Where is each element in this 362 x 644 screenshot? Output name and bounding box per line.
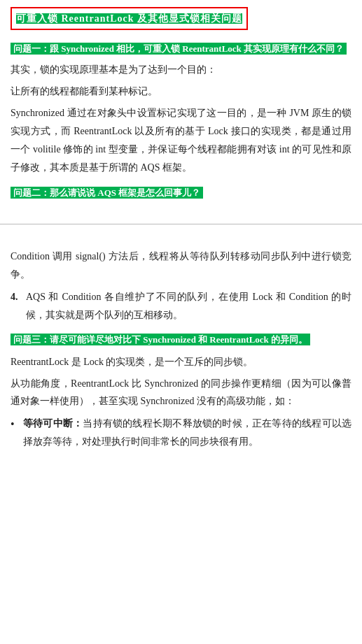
question3-line: 问题三：请尽可能详尽地对比下 Synchronized 和 ReentrantL… [11, 331, 351, 348]
section-divider [0, 224, 362, 224]
main-title: 可重入锁 ReentrantLock 及其他显式锁相关问题 [16, 13, 242, 24]
top-section: 可重入锁 ReentrantLock 及其他显式锁相关问题 问题一：跟 Sync… [0, 0, 362, 211]
para3: Synchronized 通过在对象头中设置标记实现了这一目的，是一种 JVM … [11, 104, 351, 177]
bullet1-title: 等待可中断： [23, 418, 83, 429]
para2: 让所有的线程都能看到某种标记。 [11, 83, 351, 101]
title-box: 可重入锁 ReentrantLock 及其他显式锁相关问题 [11, 7, 248, 30]
item4-content: AQS 和 Condition 各自维护了不同的队列，在使用 Lock 和 Co… [26, 288, 351, 324]
condition-para: Condition 调用 signal() 方法后，线程将从等待队列转移动同步队… [11, 248, 351, 284]
para1: 其实，锁的实现原理基本是为了达到一个目的： [11, 61, 351, 79]
question3-label: 问题三：请尽可能详尽地对比下 Synchronized 和 ReentrantL… [11, 334, 310, 345]
bullet-dot: • [11, 415, 23, 451]
question1-line: 问题一：跟 Synchronized 相比，可重入锁 ReentrantLock… [11, 40, 351, 57]
item4-text: AQS 和 Condition 各自维护了不同的队列，在使用 Lock 和 Co… [26, 288, 351, 324]
reentrant-para1: ReentrantLock 是 Lock 的实现类，是一个互斥的同步锁。 [11, 353, 351, 371]
reentrant-para2: 从功能角度，ReentrantLock 比 Synchronized 的同步操作… [11, 375, 351, 411]
bullet1-content: 等待可中断：当持有锁的线程长期不释放锁的时候，正在等待的线程可以选择放弃等待，对… [23, 415, 351, 451]
question2-label: 问题二：那么请说说 AQS 框架是怎么回事儿？ [11, 187, 203, 199]
question2-line: 问题二：那么请说说 AQS 框架是怎么回事儿？ [11, 184, 351, 201]
question1-label: 问题一：跟 Synchronized 相比，可重入锁 ReentrantLock… [11, 43, 347, 55]
bullet1-text: 等待可中断：当持有锁的线程长期不释放锁的时候，正在等待的线程可以选择放弃等待，对… [23, 415, 351, 451]
item4-number: 4. [11, 288, 26, 324]
page-wrapper: 可重入锁 ReentrantLock 及其他显式锁相关问题 问题一：跟 Sync… [0, 0, 362, 644]
numbered-item-4: 4. AQS 和 Condition 各自维护了不同的队列，在使用 Lock 和… [11, 288, 351, 324]
bottom-section: Condition 调用 signal() 方法后，线程将从等待队列转移动同步队… [0, 237, 362, 462]
bullet-item-1: • 等待可中断：当持有锁的线程长期不释放锁的时候，正在等待的线程可以选择放弃等待… [11, 415, 351, 451]
